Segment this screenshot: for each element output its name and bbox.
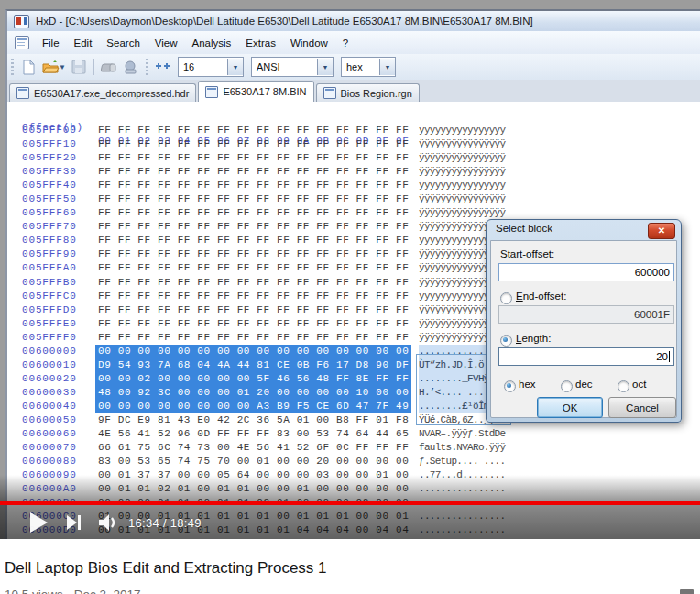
menu-item-view[interactable]: View — [148, 35, 185, 51]
row-hex-bytes[interactable]: FF FF FF FF FF FF FF FF FF FF FF FF FF F… — [95, 138, 411, 151]
row-offset: 005FFF60 — [22, 206, 77, 220]
oct-radio[interactable] — [618, 380, 629, 392]
toolbar: ▼ 16 ▼ ANSI ▼ hex — [7, 54, 700, 81]
dec-radio[interactable] — [561, 380, 573, 392]
toolbar-grip[interactable] — [11, 59, 14, 75]
open-dropdown-caret[interactable]: ▼ — [59, 63, 66, 72]
charset-select[interactable]: ANSI ▼ — [251, 57, 334, 77]
menu-item-window[interactable]: Window — [283, 35, 335, 51]
title-bar[interactable]: HxD - [C:\Users\Daymon\Desktop\Dell Lati… — [7, 11, 700, 32]
row-hex-bytes[interactable]: FF FF FF FF FF FF FF FF FF FF FF FF FF F… — [95, 317, 411, 331]
bytes-per-row-button[interactable] — [153, 57, 173, 77]
hex-row[interactable]: 0060007066 61 75 6C 74 73 00 4E 56 41 52… — [7, 441, 700, 455]
row-ascii[interactable]: faults.NVARo.ÿÿÿ — [419, 441, 505, 455]
row-hex-bytes[interactable]: FF FF FF FF FF FF FF FF FF FF FF FF FF F… — [95, 234, 411, 248]
ok-button[interactable]: OK — [537, 397, 603, 418]
chevron-down-icon[interactable]: ▼ — [379, 59, 395, 75]
row-hex-bytes[interactable]: 48 00 92 3C 00 00 00 01 20 00 00 00 00 1… — [95, 386, 411, 400]
row-ascii[interactable]: ÿÿÿÿÿÿÿÿÿÿÿÿÿÿÿÿ — [419, 151, 505, 165]
offset-base-select[interactable]: hex ▼ — [341, 57, 396, 77]
row-hex-bytes[interactable]: FF FF FF FF FF FF FF FF FF FF FF FF FF F… — [95, 124, 411, 138]
row-ascii[interactable]: ÿÿÿÿÿÿÿÿÿÿÿÿÿÿÿÿ — [419, 192, 505, 206]
menu-item-edit[interactable]: Edit — [67, 35, 100, 51]
hex-row[interactable]: 005FFF50FF FF FF FF FF FF FF FF FF FF FF… — [7, 192, 700, 206]
hex-row[interactable]: 006000604E 56 41 52 96 0D FF FF FF 83 00… — [7, 427, 700, 441]
length-radio[interactable] — [500, 335, 512, 346]
row-hex-bytes[interactable]: FF FF FF FF FF FF FF FF FF FF FF FF FF F… — [95, 261, 411, 275]
end-offset-radio[interactable] — [500, 292, 512, 304]
row-hex-bytes[interactable]: FF FF FF FF FF FF FF FF FF FF FF FF FF F… — [95, 206, 411, 220]
tab-2[interactable]: Bios Region.rgn — [316, 83, 420, 102]
eraser-button[interactable] — [99, 57, 119, 77]
menu-item-file[interactable]: File — [35, 35, 67, 51]
time-display: 16:34 / 18:49 — [128, 516, 202, 530]
row-hex-bytes[interactable]: FF FF FF FF FF FF FF FF FF FF FF FF FF F… — [95, 303, 411, 317]
hex-row[interactable]: 005FFF20FF FF FF FF FF FF FF FF FF FF FF… — [7, 151, 700, 165]
row-hex-bytes[interactable]: FF FF FF FF FF FF FF FF FF FF FF FF FF F… — [95, 331, 411, 345]
row-hex-bytes[interactable]: 4E 56 41 52 96 0D FF FF FF 83 00 53 74 6… — [95, 427, 411, 441]
hex-row[interactable]: 005FFF30FF FF FF FF FF FF FF FF FF FF FF… — [7, 165, 700, 179]
hex-row[interactable]: 0060008083 00 53 65 74 75 70 00 01 00 00… — [7, 455, 700, 468]
volume-button[interactable] — [97, 512, 119, 533]
video-player[interactable]: HxD - [C:\Users\Daymon\Desktop\Dell Lati… — [0, 0, 700, 539]
row-hex-bytes[interactable]: 00 00 02 00 00 00 00 00 5F 46 56 48 FF 8… — [95, 372, 411, 386]
new-file-button[interactable] — [18, 57, 38, 77]
row-hex-bytes[interactable]: 66 61 75 6C 74 73 00 4E 56 41 52 6F 0C F… — [95, 441, 411, 455]
row-hex-bytes[interactable]: FF FF FF FF FF FF FF FF FF FF FF FF FF F… — [95, 248, 411, 261]
menu-item-analysis[interactable]: Analysis — [185, 35, 239, 51]
row-hex-bytes[interactable]: FF FF FF FF FF FF FF FF FF FF FF FF FF F… — [95, 220, 411, 234]
end-offset-label: End-offset: — [516, 291, 566, 302]
row-hex-bytes[interactable]: FF FF FF FF FF FF FF FF FF FF FF FF FF F… — [95, 192, 411, 206]
row-ascii[interactable]: ÿÿÿÿÿÿÿÿÿÿÿÿÿÿÿÿ — [419, 165, 505, 179]
chevron-down-icon[interactable]: ▼ — [317, 59, 333, 75]
row-ascii[interactable]: ÿÿÿÿÿÿÿÿÿÿÿÿÿÿÿÿ — [419, 124, 505, 138]
length-label: Length: — [516, 333, 551, 344]
menu-item-search[interactable]: Search — [99, 35, 147, 51]
video-progress-bar[interactable] — [0, 500, 700, 505]
save-button[interactable] — [69, 57, 89, 77]
tab-1[interactable]: E6530A17 8M.BIN — [198, 81, 313, 102]
tab-label: Bios Region.rgn — [341, 88, 412, 99]
row-hex-bytes[interactable]: 00 00 00 00 00 00 00 00 00 00 00 00 00 0… — [95, 345, 411, 358]
play-button[interactable] — [27, 511, 49, 534]
row-hex-bytes[interactable]: 9F DC E9 81 43 E0 42 2C 36 5A 01 00 B8 F… — [95, 413, 411, 427]
close-icon[interactable]: ✕ — [648, 223, 675, 239]
video-title: Dell Laptop Bios Edit and Extracting Pro… — [5, 559, 327, 578]
row-hex-bytes[interactable]: FF FF FF FF FF FF FF FF FF FF FF FF FF F… — [95, 165, 411, 179]
next-button[interactable] — [66, 513, 82, 532]
row-hex-bytes[interactable]: FF FF FF FF FF FF FF FF FF FF FF FF FF F… — [95, 151, 411, 165]
chevron-down-icon[interactable]: ▼ — [227, 59, 243, 75]
toolbar-grip-2[interactable] — [146, 59, 148, 75]
row-ascii[interactable]: NVAR–.ÿÿÿƒ.StdDe — [419, 427, 505, 441]
row-ascii[interactable]: ÿÿÿÿÿÿÿÿÿÿÿÿÿÿÿÿ — [419, 179, 505, 192]
end-offset-input[interactable]: 60001F — [498, 305, 674, 324]
row-ascii[interactable]: ƒ.Setup.... .... — [419, 455, 505, 468]
row-offset: 00600030 — [22, 386, 77, 400]
hex-row[interactable]: 005FFF10FF FF FF FF FF FF FF FF FF FF FF… — [7, 138, 700, 151]
cancel-button[interactable]: Cancel — [608, 397, 676, 418]
row-hex-bytes[interactable]: FF FF FF FF FF FF FF FF FF FF FF FF FF F… — [95, 290, 411, 303]
bytes-per-row-select[interactable]: 16 ▼ — [178, 57, 244, 77]
secondary-tool-button[interactable] — [121, 57, 141, 77]
row-offset: 00600000 — [22, 345, 77, 358]
hex-row[interactable]: 005FFF00FF FF FF FF FF FF FF FF FF FF FF… — [7, 124, 700, 138]
row-hex-bytes[interactable]: 00 00 00 00 00 00 00 00 A3 B9 F5 CE 6D 4… — [95, 400, 411, 413]
like-icon[interactable] — [680, 589, 694, 594]
length-input[interactable]: 20 — [498, 347, 674, 366]
row-hex-bytes[interactable]: FF FF FF FF FF FF FF FF FF FF FF FF FF F… — [95, 276, 411, 290]
row-ascii[interactable]: ÿÿÿÿÿÿÿÿÿÿÿÿÿÿÿÿ — [419, 138, 505, 151]
row-hex-bytes[interactable]: FF FF FF FF FF FF FF FF FF FF FF FF FF F… — [95, 179, 411, 192]
tab-0[interactable]: E6530A17.exe_decompressed.hdr — [9, 83, 196, 102]
menu-item-help[interactable]: ? — [335, 35, 355, 51]
document-system-menu-icon[interactable] — [15, 36, 29, 50]
hex-row[interactable]: 005FFF40FF FF FF FF FF FF FF FF FF FF FF… — [7, 179, 700, 192]
menu-item-extras[interactable]: Extras — [238, 35, 283, 51]
open-file-button[interactable] — [40, 57, 60, 77]
hxd-app-icon — [14, 15, 29, 28]
row-hex-bytes[interactable]: D9 54 93 7A 68 04 4A 44 81 CE 0B F6 17 D… — [95, 358, 411, 372]
hex-radio[interactable] — [504, 380, 516, 392]
row-offset: 00600020 — [22, 372, 77, 386]
row-hex-bytes[interactable]: 83 00 53 65 74 75 70 00 01 00 00 20 00 0… — [95, 455, 411, 468]
row-offset: 00600080 — [22, 455, 77, 468]
start-offset-input[interactable]: 600000 — [498, 263, 674, 281]
